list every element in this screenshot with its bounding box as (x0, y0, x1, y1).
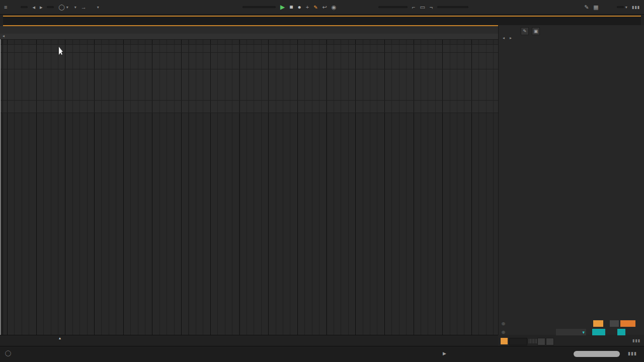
time-ruler[interactable]: ▴ (0, 335, 498, 346)
tempo-display[interactable] (21, 6, 28, 8)
io-indicator (501, 338, 508, 344)
cpu-load-display[interactable] (617, 6, 624, 8)
arrangement-area[interactable] (0, 39, 498, 335)
resume-icon[interactable]: ▶ (443, 351, 446, 356)
forward-arrow-icon[interactable]: ▸ (510, 36, 512, 40)
track-header-panel: ✎ ▣ ◂ ▸ ◎ ◎ ▾ ▮▮▮ (498, 25, 644, 335)
record-button[interactable]: ● (297, 4, 301, 11)
playback-rate-display[interactable] (509, 338, 527, 345)
overdub-icon[interactable]: + (306, 4, 309, 10)
toolbar: ≡ ◂ ▸ ◯ ▾ ▾ → ▾ ▶ ■ ● + ✎ ↩ ◉ ⌐ ▭ ¬ ✎ ▦ (0, 0, 644, 15)
status-bar: ◯ ▶ ▮▮▮ (0, 346, 644, 362)
master-main-row[interactable]: ◎ ▾ (499, 328, 644, 336)
lock-icon[interactable]: ▣ (532, 27, 540, 35)
lane-divider (0, 52, 498, 53)
grip-texture (529, 339, 538, 343)
set-header: ✎ ▣ ◂ ▸ (499, 25, 644, 43)
beat-time-ruler[interactable]: ◂ (0, 26, 498, 40)
lane-divider (0, 44, 498, 45)
master-device-row[interactable]: ◎ (499, 320, 644, 328)
bars-icon: ▮▮▮ (628, 351, 637, 356)
toolbar-right-group: ✎ ▦ ▾ ▮▮▮ (584, 0, 640, 14)
arrangement-overview[interactable] (3, 16, 641, 26)
loop-start-display[interactable] (378, 6, 408, 8)
automation-arm-icon[interactable]: ✎ (313, 5, 317, 10)
track-fold-icon[interactable]: ◎ (502, 321, 505, 326)
back-arrow-icon[interactable]: ◂ (503, 36, 505, 40)
status-pill[interactable] (574, 351, 620, 357)
output-routing-select[interactable]: ▾ (556, 329, 586, 335)
lane-divider (0, 113, 498, 113)
solo-button[interactable] (610, 320, 619, 327)
zoom-width-button[interactable] (546, 338, 554, 345)
punch-out-icon[interactable]: ¬ (430, 4, 433, 10)
lane-divider (0, 69, 498, 69)
options-menu-icon[interactable]: ≡ (4, 4, 7, 10)
loop-group: ⌐ ▭ ¬ (378, 0, 468, 14)
scrub-area[interactable] (0, 34, 498, 39)
track-band (0, 44, 498, 113)
pencil-icon[interactable]: ✎ (521, 27, 529, 35)
track-fold-icon[interactable]: ◎ (502, 330, 505, 334)
meter-icon: ▮▮▮ (632, 338, 640, 343)
cpu-meter-icon: ▮▮▮ (632, 5, 640, 10)
chevron-down-icon[interactable]: ▾ (625, 5, 627, 10)
loop-toggle-icon[interactable]: ▭ (420, 4, 425, 11)
follow-icon[interactable]: → (81, 4, 87, 10)
loop-start-marker-icon[interactable]: ◂ (3, 34, 5, 38)
nudge-down-icon[interactable]: ◂ (32, 4, 35, 11)
zoom-controls: ▮▮▮ (499, 337, 644, 346)
stop-button[interactable]: ■ (289, 4, 293, 11)
toolbar-left-group: ≡ ◂ ▸ ◯ ▾ ▾ → ▾ (4, 0, 99, 14)
chevron-down-icon[interactable]: ▾ (74, 5, 76, 10)
transport-group: ▶ ■ ● + ✎ ↩ ◉ (243, 0, 336, 14)
playhead[interactable] (0, 39, 1, 335)
chevron-down-icon[interactable]: ▾ (66, 5, 68, 10)
chevron-down-icon[interactable]: ▾ (97, 5, 99, 10)
nudge-up-icon[interactable]: ▸ (40, 4, 43, 11)
metronome-icon[interactable]: ◯ (58, 4, 64, 11)
play-button[interactable]: ▶ (280, 4, 285, 11)
input-a-button[interactable] (593, 320, 603, 327)
arrangement-position-display[interactable] (243, 6, 276, 8)
punch-in-icon[interactable]: ⌐ (412, 4, 415, 10)
capture-midi-icon[interactable]: ◉ (332, 4, 337, 11)
grid-icon[interactable]: ▦ (593, 4, 598, 11)
reenable-automation-icon[interactable]: ↩ (323, 4, 327, 11)
insert-marker-icon[interactable]: ▴ (59, 336, 61, 340)
draw-mode-icon[interactable]: ✎ (584, 4, 589, 11)
status-circle-icon: ◯ (5, 350, 11, 356)
loop-length-display[interactable] (437, 6, 468, 8)
zoom-height-button[interactable] (537, 338, 545, 345)
time-signature-display[interactable] (47, 6, 54, 8)
lane-divider (0, 100, 498, 101)
chevron-down-icon: ▾ (582, 330, 585, 335)
pan-control[interactable] (617, 329, 625, 335)
send-knob[interactable] (592, 329, 605, 335)
post-toggle-button[interactable] (620, 320, 635, 327)
